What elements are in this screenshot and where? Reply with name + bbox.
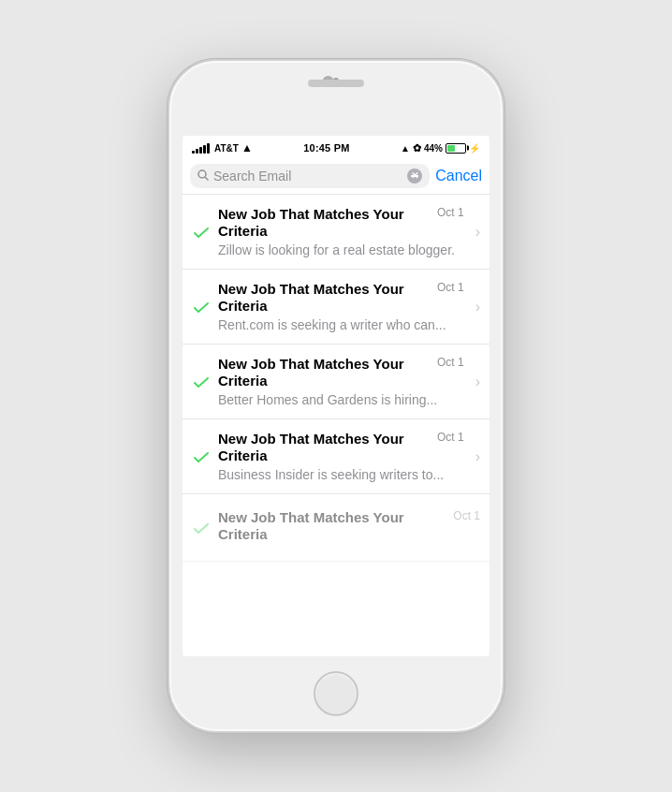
- email-preview: Zillow is looking for a real estate blog…: [218, 242, 464, 257]
- home-button[interactable]: [314, 671, 358, 716]
- email-date: Oct 1: [437, 281, 464, 294]
- mute-button: [168, 169, 169, 190]
- search-icon: [197, 169, 209, 183]
- email-item[interactable]: New Job That Matches Your Criteria Oct 1…: [183, 195, 489, 270]
- cancel-button[interactable]: Cancel: [435, 166, 482, 186]
- search-input-wrapper[interactable]: Search Email ✕: [190, 164, 430, 188]
- svg-point-0: [198, 170, 206, 178]
- email-header: New Job That Matches Your Criteria Oct 1: [218, 509, 480, 543]
- email-preview: Rent.com is seeking a writer who can...: [218, 317, 464, 332]
- chevron-right-icon: ›: [475, 224, 480, 241]
- email-header: New Job That Matches Your Criteria Oct 1: [218, 206, 464, 240]
- battery-percent: 44%: [424, 143, 443, 154]
- email-content: New Job That Matches Your Criteria Oct 1…: [218, 431, 464, 482]
- email-preview: Better Homes and Gardens is hiring...: [218, 392, 464, 407]
- email-content: New Job That Matches Your Criteria Oct 1…: [218, 356, 464, 407]
- phone-mockup: AT&T ▲ 10:45 PM ▲ ✿ 44% ⚡: [168, 59, 504, 733]
- email-subject: New Job That Matches Your Criteria: [218, 431, 431, 464]
- email-subject: New Job That Matches Your Criteria: [218, 281, 431, 315]
- read-checkmark: [192, 226, 211, 239]
- clear-x-icon: ✕: [411, 171, 418, 181]
- wifi-icon: ▲: [241, 141, 253, 154]
- email-header: New Job That Matches Your Criteria Oct 1: [218, 356, 464, 389]
- email-header: New Job That Matches Your Criteria Oct 1: [218, 431, 464, 464]
- email-header: New Job That Matches Your Criteria Oct 1: [218, 281, 464, 315]
- email-subject: New Job That Matches Your Criteria: [218, 356, 431, 389]
- signal-strength: [192, 143, 210, 154]
- email-date: Oct 1: [437, 206, 464, 219]
- read-checkmark: [192, 450, 211, 463]
- volume-up-button: [168, 199, 169, 229]
- email-list: New Job That Matches Your Criteria Oct 1…: [183, 195, 489, 656]
- earpiece-speaker: [308, 80, 364, 87]
- email-date: Oct 1: [437, 356, 464, 369]
- email-date: Oct 1: [437, 431, 464, 444]
- battery-indicator: [446, 143, 466, 154]
- search-bar-row: Search Email ✕ Cancel: [183, 158, 489, 195]
- clock: 10:45 PM: [303, 142, 349, 154]
- search-clear-button[interactable]: ✕: [407, 169, 422, 183]
- email-content: New Job That Matches Your Criteria Oct 1…: [218, 281, 464, 332]
- bluetooth-icon: ✿: [413, 142, 421, 154]
- chevron-right-icon: ›: [475, 299, 480, 315]
- email-subject: New Job That Matches Your Criteria: [218, 509, 447, 543]
- email-preview: Business Insider is seeking writers to..…: [218, 467, 464, 482]
- svg-line-1: [206, 177, 209, 180]
- chevron-right-icon: ›: [475, 374, 480, 390]
- battery-fill: [447, 145, 455, 152]
- read-checkmark: [192, 521, 211, 535]
- status-right: ▲ ✿ 44% ⚡: [401, 142, 480, 154]
- status-bar: AT&T ▲ 10:45 PM ▲ ✿ 44% ⚡: [183, 136, 489, 158]
- email-item[interactable]: New Job That Matches Your Criteria Oct 1: [183, 494, 489, 562]
- phone-screen: AT&T ▲ 10:45 PM ▲ ✿ 44% ⚡: [183, 136, 489, 656]
- email-date: Oct 1: [453, 509, 480, 522]
- volume-down-button: [168, 239, 169, 269]
- read-checkmark: [192, 375, 211, 389]
- charging-icon: ⚡: [469, 143, 480, 154]
- email-item[interactable]: New Job That Matches Your Criteria Oct 1…: [183, 345, 489, 419]
- search-placeholder[interactable]: Search Email: [213, 169, 402, 183]
- location-icon: ▲: [401, 143, 410, 154]
- chevron-right-icon: ›: [475, 448, 480, 465]
- read-checkmark: [192, 301, 211, 314]
- phone-shell: AT&T ▲ 10:45 PM ▲ ✿ 44% ⚡: [168, 59, 504, 733]
- email-item[interactable]: New Job That Matches Your Criteria Oct 1…: [183, 419, 489, 494]
- power-button: [503, 218, 504, 271]
- email-subject: New Job That Matches Your Criteria: [218, 206, 431, 240]
- email-item[interactable]: New Job That Matches Your Criteria Oct 1…: [183, 270, 489, 345]
- status-left: AT&T ▲: [192, 141, 253, 154]
- email-content: New Job That Matches Your Criteria Oct 1…: [218, 206, 464, 257]
- carrier-label: AT&T: [214, 143, 239, 154]
- email-content: New Job That Matches Your Criteria Oct 1: [218, 509, 480, 546]
